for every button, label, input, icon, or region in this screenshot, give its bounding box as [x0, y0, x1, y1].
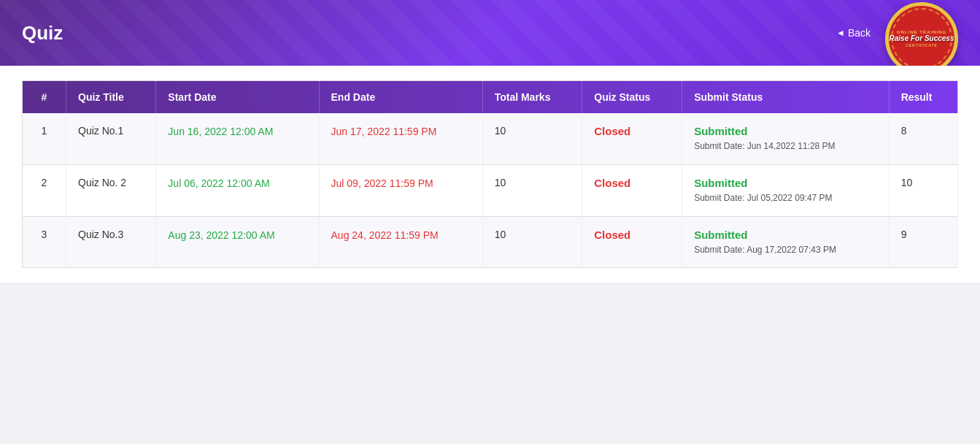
badge-main-text: Raise For Success: [890, 34, 954, 43]
cell-start-date: Aug 23, 2022 12:00 AM: [156, 216, 319, 268]
cell-end-date: Jul 09, 2022 11:59 PM: [319, 164, 482, 216]
cell-submit-status: Submitted Submit Date: Aug 17,2022 07:43…: [682, 216, 889, 268]
cell-result: 10: [889, 164, 957, 216]
back-button[interactable]: Back: [836, 27, 871, 39]
cell-title: Quiz No.3: [66, 216, 156, 268]
table-row: 3 Quiz No.3 Aug 23, 2022 12:00 AM Aug 24…: [23, 216, 958, 268]
cell-total-marks: 10: [482, 216, 582, 268]
col-header-submit-status: Submit Status: [682, 81, 889, 114]
cell-submit-status: Submitted Submit Date: Jul 05,2022 09:47…: [682, 164, 889, 216]
table-container: # Quiz Title Start Date End Date Total M…: [0, 66, 980, 283]
col-header-end: End Date: [319, 81, 482, 114]
cell-num: 2: [23, 164, 66, 216]
cell-title: Quiz No.1: [66, 113, 156, 164]
quiz-table: # Quiz Title Start Date End Date Total M…: [22, 80, 958, 268]
table-row: 2 Quiz No. 2 Jul 06, 2022 12:00 AM Jul 0…: [23, 164, 958, 216]
cell-end-date: Jun 17, 2022 11:59 PM: [319, 113, 482, 164]
table-header-row: # Quiz Title Start Date End Date Total M…: [23, 81, 958, 114]
cell-total-marks: 10: [482, 164, 582, 216]
cell-result: 9: [889, 216, 957, 268]
badge-top-text: ONLINE TRAINING: [897, 30, 946, 34]
cell-start-date: Jun 16, 2022 12:00 AM: [156, 113, 319, 164]
col-header-quiz-status: Quiz Status: [582, 81, 682, 114]
header-right: Back ONLINE TRAINING Raise For Success C…: [836, 0, 958, 66]
cell-quiz-status: Closed: [582, 216, 682, 268]
table-row: 1 Quiz No.1 Jun 16, 2022 12:00 AM Jun 17…: [23, 113, 958, 164]
col-header-title: Quiz Title: [66, 81, 156, 114]
header: Quiz Back ONLINE TRAINING Raise For Succ…: [0, 0, 980, 66]
col-header-marks: Total Marks: [482, 81, 582, 114]
col-header-num: #: [23, 81, 66, 114]
col-header-result: Result: [889, 81, 957, 114]
cell-num: 3: [23, 216, 66, 268]
cell-submit-status: Submitted Submit Date: Jun 14,2022 11:28…: [682, 113, 889, 164]
cell-title: Quiz No. 2: [66, 164, 156, 216]
cell-start-date: Jul 06, 2022 12:00 AM: [156, 164, 319, 216]
cell-num: 1: [23, 113, 66, 164]
badge-logo: ONLINE TRAINING Raise For Success CERTIF…: [885, 2, 958, 66]
cell-total-marks: 10: [482, 113, 582, 164]
cell-quiz-status: Closed: [582, 113, 682, 164]
badge-bottom-text: CERTIFICATE: [906, 43, 938, 47]
cell-end-date: Aug 24, 2022 11:59 PM: [319, 216, 482, 268]
page-title: Quiz: [22, 22, 63, 45]
cell-result: 8: [889, 113, 957, 164]
cell-quiz-status: Closed: [582, 164, 682, 216]
col-header-start: Start Date: [156, 81, 319, 114]
